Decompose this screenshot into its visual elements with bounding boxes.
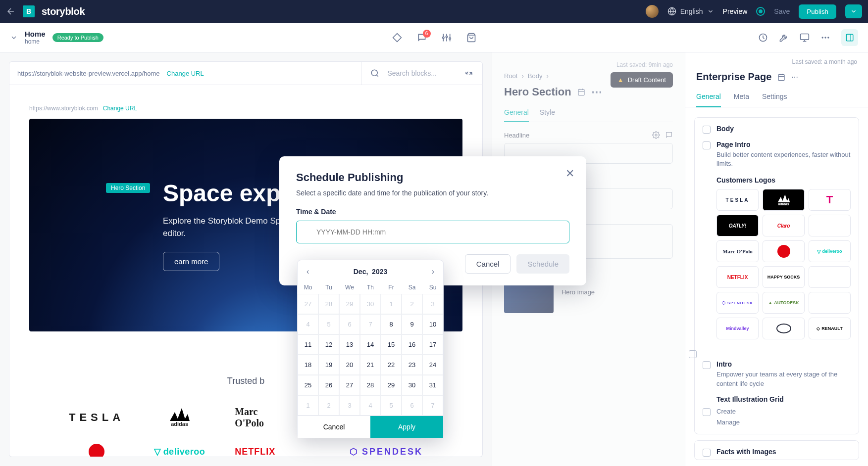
dp-day[interactable]: 12 [318, 334, 339, 355]
dp-day[interactable]: 16 [402, 334, 422, 355]
checkbox-intro[interactable] [703, 361, 711, 369]
inner-change-url[interactable]: Change URL [103, 105, 137, 112]
mini-logo-tesla[interactable]: TESLA [716, 189, 759, 211]
dp-day[interactable]: 18 [298, 355, 318, 375]
mini-logo-claro[interactable]: Claro [763, 215, 805, 236]
side-tab-meta[interactable]: Meta [734, 87, 749, 107]
dp-day[interactable]: 30 [402, 375, 422, 395]
sliders-icon[interactable] [442, 33, 452, 43]
mini-logo-autodesk[interactable]: ▲AUTODESK [763, 292, 805, 314]
dow-th: Th [360, 281, 381, 294]
dp-day[interactable]: 17 [422, 334, 443, 355]
dp-day[interactable]: 15 [381, 334, 402, 355]
next-month-icon[interactable]: › [432, 267, 434, 276]
dp-day[interactable]: 11 [298, 334, 318, 355]
expand-icon[interactable] [10, 34, 18, 42]
mini-logo-tmobile[interactable]: T [809, 189, 851, 211]
language-selector[interactable]: English [667, 7, 714, 16]
checkbox-facts[interactable] [703, 449, 711, 457]
dp-day[interactable]: 28 [360, 375, 381, 395]
panel-toggle-icon[interactable] [841, 29, 858, 46]
diamond-icon[interactable] [392, 33, 402, 43]
dp-day[interactable]: 25 [298, 375, 318, 395]
comment-icon[interactable] [665, 131, 673, 139]
mini-logo-adidas[interactable]: adidas [763, 189, 805, 211]
mini-logo-placeholder2[interactable] [809, 266, 851, 288]
prev-month-icon[interactable]: ‹ [306, 267, 309, 276]
dp-apply-button[interactable]: Apply [370, 416, 443, 438]
datetime-input[interactable] [296, 221, 569, 243]
dp-day: 30 [360, 294, 381, 314]
mini-logo-renault[interactable]: ◇RENAULT [809, 318, 851, 339]
back-icon[interactable] [6, 6, 16, 16]
dp-day[interactable]: 10 [422, 314, 443, 334]
dp-day[interactable]: 19 [318, 355, 339, 375]
checkbox-body[interactable] [703, 126, 711, 134]
dp-day[interactable]: 24 [422, 355, 443, 375]
calendar-icon[interactable] [777, 73, 785, 81]
hero-learn-more-button[interactable]: earn more [163, 252, 219, 271]
change-url-link[interactable]: Change URL [167, 70, 204, 77]
dp-day[interactable]: 13 [339, 334, 360, 355]
dp-day[interactable]: 29 [381, 375, 402, 395]
comments-icon[interactable]: 6 [417, 33, 427, 43]
dp-day[interactable]: 8 [381, 314, 402, 334]
grid-create: Create [716, 407, 740, 416]
mini-logo-placeholder3[interactable] [809, 292, 851, 314]
mini-logo-netflix[interactable]: NETFLIX [716, 266, 759, 288]
shopping-icon[interactable] [466, 33, 476, 43]
history-icon[interactable] [758, 33, 768, 43]
tools-icon[interactable] [779, 33, 789, 43]
mini-logo-happysocks[interactable]: HAPPY SOCKS [763, 266, 805, 288]
hero-section-tag[interactable]: Hero Section [106, 183, 150, 193]
gear-icon[interactable] [652, 131, 660, 139]
checkbox-grid[interactable] [703, 408, 711, 416]
breadcrumb-body[interactable]: Body [528, 72, 543, 80]
modal-schedule-button[interactable]: Schedule [516, 254, 569, 274]
svg-point-7 [827, 37, 829, 38]
dp-day: 5 [318, 314, 339, 334]
checkbox-mini-logos[interactable] [689, 350, 697, 358]
more-icon[interactable]: ⋯ [591, 86, 602, 98]
checkbox-page-intro[interactable] [703, 141, 711, 149]
mini-logo-deliveroo[interactable]: ▽deliveroo [809, 240, 851, 262]
search-placeholder[interactable]: Search blocks... [387, 69, 437, 77]
publish-dropdown[interactable] [845, 4, 862, 18]
more-icon[interactable] [820, 33, 830, 43]
desktop-icon[interactable] [800, 33, 810, 43]
mini-logo-marcopolo[interactable]: Marc O'Polo [716, 240, 759, 262]
mid-block-title: Hero Section [504, 86, 571, 98]
dp-day[interactable]: 31 [422, 375, 443, 395]
save-button[interactable]: Save [774, 7, 790, 15]
calendar-icon[interactable] [577, 88, 585, 96]
dp-day[interactable]: 23 [402, 355, 422, 375]
search-icon[interactable] [370, 69, 379, 78]
mini-logo-oatly[interactable]: OATLY! [716, 215, 759, 236]
side-tab-settings[interactable]: Settings [762, 87, 787, 107]
mini-logo-pizzahut[interactable] [763, 240, 805, 262]
record-icon[interactable] [756, 7, 765, 16]
mini-logo-wb[interactable] [763, 318, 805, 339]
dp-day[interactable]: 21 [360, 355, 381, 375]
tab-style[interactable]: Style [540, 103, 555, 122]
modal-cancel-button[interactable]: Cancel [465, 254, 511, 274]
preview-link[interactable]: Preview [723, 7, 748, 15]
dp-day[interactable]: 22 [381, 355, 402, 375]
dp-day[interactable]: 20 [339, 355, 360, 375]
dp-day[interactable]: 27 [339, 375, 360, 395]
mini-logo-spendesk[interactable]: ⬡SPENDESK [716, 292, 759, 314]
breadcrumb-root[interactable]: Root [504, 72, 517, 80]
collapse-icon[interactable] [464, 69, 473, 78]
mini-logo-placeholder[interactable] [809, 215, 851, 236]
dp-day[interactable]: 26 [318, 375, 339, 395]
publish-button[interactable]: Publish [799, 4, 836, 19]
side-tab-general[interactable]: General [696, 87, 721, 107]
dp-day[interactable]: 14 [360, 334, 381, 355]
mini-logo-mindvalley[interactable]: Mindvalley [716, 318, 759, 339]
dp-day[interactable]: 9 [402, 314, 422, 334]
more-icon[interactable]: ⋯ [791, 73, 798, 81]
tab-general[interactable]: General [504, 103, 529, 122]
dp-cancel-button[interactable]: Cancel [298, 416, 370, 438]
close-icon[interactable]: ✕ [565, 167, 574, 180]
avatar[interactable] [646, 5, 659, 18]
